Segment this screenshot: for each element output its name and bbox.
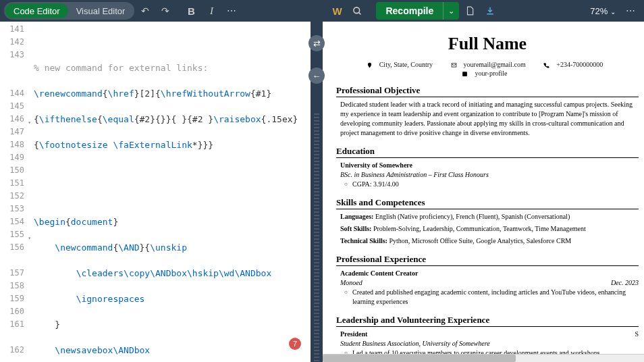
section-objective: Professional Objective — [336, 85, 639, 97]
svg-line-1 — [358, 12, 360, 14]
line-gutter: 141 142 143 144 145 146▾ 147 148 149 150… — [0, 22, 30, 362]
scrollbar-thumb[interactable] — [323, 355, 516, 362]
logo-icon[interactable]: W — [327, 1, 346, 20]
collapse-pane-button[interactable]: ← — [308, 68, 325, 84]
section-skills: Skills and Competences — [336, 197, 639, 209]
logs-button[interactable] — [460, 1, 479, 20]
pane-splitter[interactable]: ⇄ ← — [311, 22, 323, 362]
zoom-level[interactable]: 72% ⌄ — [590, 6, 616, 16]
edu-cgpa: CGPA: 3.91/4.00 — [340, 180, 639, 189]
code-content[interactable]: % new command for external links: \renew… — [30, 22, 311, 362]
objective-text: Dedicated student leader with a track re… — [336, 100, 639, 138]
recompile-button[interactable]: Recompile — [376, 2, 443, 20]
section-experience: Professional Experience — [336, 254, 639, 266]
map-marker-icon — [367, 62, 373, 68]
section-education: Education — [336, 146, 639, 158]
italic-button[interactable]: I — [202, 1, 221, 20]
contact-line-1: City, State, Country youremail@gmail.com… — [336, 61, 639, 68]
edu-school: University of Somewhere — [340, 161, 639, 170]
recompile-dropdown[interactable]: ⌄ — [443, 2, 459, 20]
main-area: 141 142 143 144 145 146▾ 147 148 149 150… — [0, 22, 644, 362]
more-formatting-button[interactable]: ⋯ — [222, 1, 241, 20]
pdf-preview[interactable]: Full Name City, State, Country youremail… — [323, 22, 644, 362]
redo-button[interactable]: ↷ — [156, 1, 175, 20]
mail-icon — [451, 62, 457, 68]
phone-icon — [543, 62, 549, 68]
bold-button[interactable]: B — [182, 1, 200, 20]
section-leadership: Leadership and Volunteering Experience — [336, 315, 639, 327]
exp-title: Academic Content Creator — [340, 269, 639, 278]
search-button[interactable] — [348, 1, 367, 20]
more-menu-button[interactable]: ⋯ — [621, 1, 640, 20]
download-button[interactable] — [481, 1, 500, 20]
resume-name: Full Name — [336, 34, 639, 54]
error-count-badge[interactable]: 7 — [289, 338, 301, 350]
code-editor[interactable]: 141 142 143 144 145 146▾ 147 148 149 150… — [0, 22, 311, 362]
tab-code-editor[interactable]: Code Editor — [5, 3, 68, 18]
splitter-handle[interactable] — [314, 113, 319, 362]
undo-button[interactable]: ↶ — [136, 1, 155, 20]
toolbar: Code Editor Visual Editor ↶ ↷ B I ⋯ W Re… — [0, 0, 644, 22]
editor-mode-tabs: Code Editor Visual Editor — [4, 2, 134, 20]
search-icon — [352, 6, 363, 16]
document-icon — [465, 6, 475, 16]
download-icon — [485, 6, 495, 16]
horizontal-scrollbar[interactable] — [323, 354, 644, 362]
edu-degree: BSc. in Business Administration – First … — [340, 170, 639, 180]
linkedin-icon — [462, 71, 468, 77]
tab-visual-editor[interactable]: Visual Editor — [68, 3, 134, 18]
svg-rect-3 — [463, 72, 468, 77]
svg-point-0 — [354, 7, 360, 13]
recompile-group: Recompile ⌄ — [376, 2, 459, 20]
contact-line-2: your-profile — [336, 70, 639, 77]
swap-panes-button[interactable]: ⇄ — [308, 35, 325, 51]
